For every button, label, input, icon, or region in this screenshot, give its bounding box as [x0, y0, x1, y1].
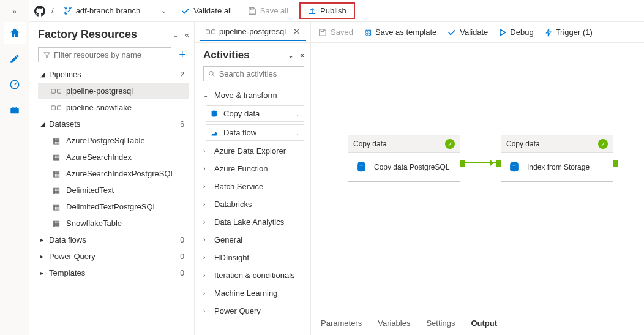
- activity-category[interactable]: ›Data Lake Analytics: [203, 213, 304, 231]
- save-icon: [318, 28, 327, 37]
- output-port[interactable]: [460, 160, 465, 167]
- tree-item-dataset[interactable]: ▦AzureSearchIndexPostgreSQL: [38, 165, 189, 182]
- left-nav-rail: »: [0, 0, 29, 335]
- tab-pipeline-postgresql[interactable]: pipeline-postgresql ✕: [200, 23, 306, 41]
- activity-category[interactable]: ›General: [203, 231, 304, 249]
- pipeline-canvas[interactable]: Copy data ✓ Copy data PostgreSQL Copy da…: [311, 43, 644, 311]
- save-all-button[interactable]: Save all: [243, 4, 293, 18]
- tree-section-templates[interactable]: ▸Templates0: [38, 265, 189, 281]
- table-icon: ▦: [51, 152, 61, 162]
- tree-section-powerquery[interactable]: ▸Power Query0: [38, 248, 189, 265]
- tab-settings[interactable]: Settings: [425, 314, 456, 333]
- publish-button[interactable]: Publish: [303, 4, 351, 18]
- gauge-icon: [9, 79, 20, 90]
- chevron-right-icon: ›: [203, 201, 209, 208]
- activity-category[interactable]: ›Databricks: [203, 195, 304, 213]
- expand-down-icon[interactable]: ⌄: [288, 51, 294, 59]
- nav-monitor[interactable]: [4, 73, 26, 96]
- input-port[interactable]: [496, 160, 501, 167]
- tree-section-datasets[interactable]: ◢ Datasets 6: [38, 116, 189, 132]
- tree-item-dataset[interactable]: ▦SnowflakeTable: [38, 215, 189, 231]
- chevron-down-icon: ⌄: [161, 7, 167, 15]
- search-icon: [209, 70, 215, 78]
- tree-item-pipeline-postgresql[interactable]: pipeline-postgresql: [38, 83, 189, 99]
- chevron-right-icon: ›: [203, 307, 209, 314]
- activity-category[interactable]: ›Azure Function: [203, 160, 304, 178]
- node-title: Index from Storage: [527, 163, 590, 171]
- caret-right-icon: ▸: [40, 253, 49, 260]
- tree-item-dataset[interactable]: ▦DelimitedTextPostgreSQL: [38, 198, 189, 215]
- chevron-right-icon: ›: [203, 290, 209, 296]
- debug-button[interactable]: Debug: [499, 28, 533, 37]
- tree-section-pipelines[interactable]: ◢ Pipelines 2: [38, 66, 189, 83]
- grip-icon: ⋮⋮⋮: [282, 110, 300, 118]
- collapse-panel-icon[interactable]: «: [300, 51, 304, 59]
- tab-variables[interactable]: Variables: [376, 314, 411, 333]
- table-icon: ▦: [51, 169, 61, 178]
- caret-down-icon: ◢: [40, 71, 49, 78]
- trigger-button[interactable]: Trigger (1): [545, 28, 593, 37]
- status-ok-icon: ✓: [445, 139, 455, 149]
- nav-author[interactable]: [4, 48, 26, 70]
- activity-copy-data[interactable]: Copy data ⋮⋮⋮: [206, 105, 304, 122]
- caret-right-icon: ▸: [40, 269, 49, 276]
- chevron-right-icon: ›: [203, 219, 209, 225]
- nav-home[interactable]: [4, 22, 26, 44]
- filter-icon: [43, 51, 50, 59]
- grip-icon: ⋮⋮⋮: [282, 129, 300, 137]
- svg-rect-7: [206, 29, 209, 33]
- output-port[interactable]: [613, 160, 618, 167]
- canvas-node-index-storage[interactable]: Copy data ✓ Index from Storage: [501, 135, 613, 182]
- activity-category[interactable]: ›Azure Data Explorer: [203, 142, 304, 160]
- pipeline-icon: [206, 28, 215, 36]
- search-activities-input[interactable]: [203, 66, 304, 81]
- nav-manage[interactable]: [4, 99, 26, 121]
- top-toolbar: / adf-branch branch ⌄ Validate all Save …: [29, 0, 644, 22]
- svg-point-10: [212, 110, 217, 113]
- data-flow-icon: [210, 129, 219, 137]
- filter-resources-input[interactable]: [38, 47, 171, 62]
- canvas-node-copy-postgresql[interactable]: Copy data ✓ Copy data PostgreSQL: [348, 135, 460, 182]
- tree-item-pipeline-snowflake[interactable]: pipeline-snowflake: [38, 99, 189, 116]
- svg-rect-3: [51, 89, 55, 92]
- activity-category[interactable]: ›Machine Learning: [203, 284, 304, 302]
- caret-down-icon: ◢: [40, 121, 49, 127]
- tree-section-dataflows[interactable]: ▸Data flows0: [38, 231, 189, 248]
- add-resource-button[interactable]: +: [175, 48, 189, 61]
- close-tab-icon[interactable]: ✕: [293, 27, 300, 36]
- validate-all-button[interactable]: Validate all: [176, 4, 237, 18]
- copy-data-icon: [210, 110, 219, 118]
- svg-rect-6: [58, 105, 61, 109]
- activity-category[interactable]: ›Batch Service: [203, 178, 304, 195]
- editor-tabs: pipeline-postgresql ✕: [195, 22, 310, 43]
- expand-down-icon[interactable]: ⌄: [173, 31, 179, 39]
- check-icon: [447, 28, 456, 37]
- details-tabs: Parameters Variables Settings Output: [311, 311, 644, 335]
- activity-data-flow[interactable]: Data flow ⋮⋮⋮: [206, 124, 304, 141]
- branch-selector[interactable]: adf-branch branch ⌄: [60, 4, 171, 18]
- play-icon: [499, 29, 506, 36]
- chevron-right-icon: ›: [203, 183, 209, 190]
- collapse-panel-icon[interactable]: «: [185, 31, 189, 39]
- activity-category[interactable]: ›Iteration & conditionals: [203, 266, 304, 284]
- activity-category[interactable]: ›Power Query: [203, 302, 304, 320]
- resources-tree: ◢ Pipelines 2 pipeline-postgresql pipeli…: [38, 66, 189, 335]
- connector[interactable]: [465, 162, 496, 163]
- tab-output[interactable]: Output: [470, 314, 498, 333]
- svg-point-11: [357, 162, 365, 165]
- category-move-transform[interactable]: ⌄Move & transform: [203, 86, 304, 104]
- table-icon: ▦: [51, 186, 61, 195]
- activity-category[interactable]: ›HDInsight: [203, 249, 304, 266]
- expand-rail-icon[interactable]: »: [10, 5, 19, 18]
- factory-resources-panel: Factory Resources ⌄ « + ◢ Pipelines 2: [29, 22, 195, 335]
- tab-parameters[interactable]: Parameters: [320, 314, 363, 333]
- copy-data-icon: [354, 160, 368, 174]
- publish-icon: [308, 7, 316, 15]
- saved-indicator: Saved: [318, 28, 353, 37]
- save-as-template-button[interactable]: ▧ Save as template: [364, 28, 436, 37]
- tree-item-dataset[interactable]: ▦DelimitedText: [38, 182, 189, 198]
- table-icon: ▦: [51, 136, 61, 145]
- validate-button[interactable]: Validate: [447, 28, 488, 37]
- tree-item-dataset[interactable]: ▦AzurePostgreSqlTable: [38, 132, 189, 149]
- tree-item-dataset[interactable]: ▦AzureSearchIndex: [38, 149, 189, 165]
